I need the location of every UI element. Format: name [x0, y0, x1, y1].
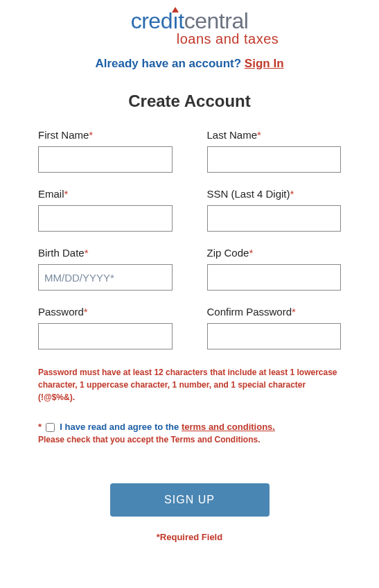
- confirm-password-group: Confirm Password*: [207, 306, 342, 349]
- required-note: *Required Field: [38, 532, 341, 542]
- page-title: Create Account: [0, 92, 379, 111]
- required-star: *: [257, 129, 261, 141]
- ssn-input[interactable]: [207, 205, 342, 232]
- last-name-input[interactable]: [207, 146, 342, 173]
- birth-date-group: Birth Date*: [38, 247, 173, 291]
- zip-label: Zip Code*: [207, 247, 342, 259]
- required-star: *: [85, 247, 89, 259]
- required-star: *: [84, 306, 88, 318]
- password-hint: Password must have at least 12 character…: [38, 366, 341, 404]
- agree-sub: Please check that you accept the Terms a…: [38, 435, 341, 444]
- birth-date-input[interactable]: [38, 264, 173, 291]
- terms-link[interactable]: terms and conditions.: [182, 422, 275, 432]
- logo-part-t: t: [178, 8, 184, 33]
- agree-checkbox[interactable]: [46, 423, 55, 432]
- logo-text: credıtcentral: [0, 8, 379, 34]
- first-name-group: First Name*: [38, 129, 173, 173]
- birth-date-label: Birth Date*: [38, 247, 173, 259]
- already-have-account: Already have an account? Sign In: [0, 57, 379, 71]
- sign-up-button[interactable]: SIGN UP: [110, 483, 270, 517]
- last-name-group: Last Name*: [207, 129, 342, 173]
- email-label: Email*: [38, 188, 173, 200]
- logo-part-central: central: [184, 8, 249, 33]
- first-name-input[interactable]: [38, 146, 173, 173]
- agree-row: * I have read and agree to the terms and…: [38, 422, 341, 432]
- logo-part-cred: cred: [131, 8, 173, 33]
- required-star: *: [292, 306, 296, 318]
- required-star: *: [89, 129, 93, 141]
- confirm-password-input[interactable]: [207, 323, 342, 349]
- logo-i-wrap: ı: [173, 8, 178, 34]
- sign-in-link[interactable]: Sign In: [245, 57, 284, 70]
- password-input[interactable]: [38, 323, 173, 349]
- zip-group: Zip Code*: [207, 247, 342, 291]
- first-name-label: First Name*: [38, 129, 173, 141]
- email-input[interactable]: [38, 205, 173, 232]
- logo-subtitle: loans and taxes: [0, 31, 379, 47]
- zip-input[interactable]: [207, 264, 342, 291]
- ssn-label: SSN (Last 4 Digit)*: [207, 188, 342, 200]
- agree-text: I have read and agree to the: [60, 422, 182, 432]
- password-group: Password*: [38, 306, 173, 349]
- required-star: *: [64, 188, 69, 200]
- password-label: Password*: [38, 306, 173, 318]
- ssn-group: SSN (Last 4 Digit)*: [207, 188, 342, 232]
- required-star: *: [290, 188, 294, 200]
- logo: credıtcentral loans and taxes: [0, 8, 379, 47]
- already-prefix: Already have an account?: [95, 57, 244, 70]
- create-account-form: First Name* Last Name* Email* SSN (Last …: [0, 129, 379, 542]
- arrow-up-icon: [172, 7, 179, 12]
- required-star: *: [249, 247, 253, 259]
- last-name-label: Last Name*: [207, 129, 342, 141]
- confirm-password-label: Confirm Password*: [207, 306, 342, 318]
- required-star: *: [38, 422, 42, 432]
- email-group: Email*: [38, 188, 173, 232]
